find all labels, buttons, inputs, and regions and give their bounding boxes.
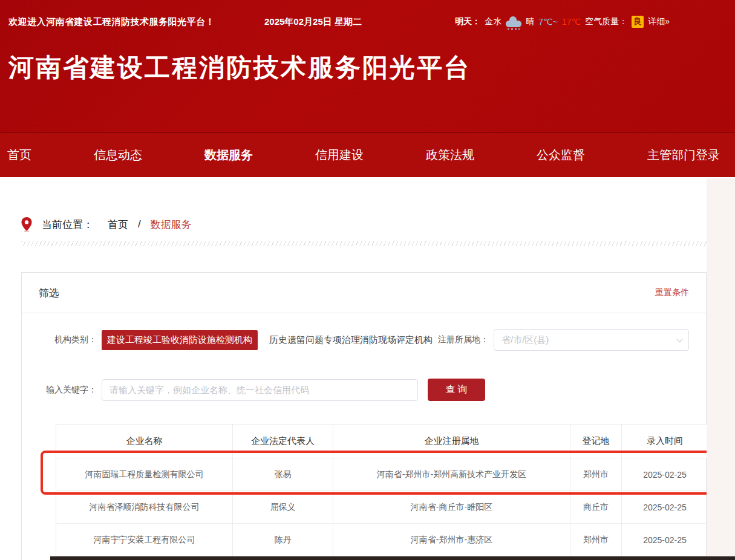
filter-panel-header: 筛选 重置条件	[22, 273, 706, 313]
nav-item-2[interactable]: 数据服务	[204, 147, 253, 163]
aqi-badge: 良	[632, 16, 644, 28]
cell-name: 河南省泽顺消防科技有限公司	[56, 491, 233, 524]
filter-form: 机构类别： 建设工程竣工验收消防设施检测机构历史遗留问题专项治理消防现场评定机构…	[22, 313, 706, 556]
cell-region: 河南省-郑州市-惠济区	[333, 524, 570, 556]
results-table-wrap: 企业名称企业法定代表人企业注册属地登记地录入时间 河南固瑞工程质量检测有限公司张…	[56, 424, 708, 556]
weather-condition: 晴	[526, 16, 534, 27]
chevron-down-icon	[676, 336, 683, 342]
filter-title: 筛选	[39, 286, 59, 300]
weather-district: 金水	[485, 16, 501, 27]
column-header-4: 录入时间	[622, 425, 708, 458]
weather-widget: 明天： 金水 晴 7℃~ 17℃ 空气质量： 良 详细»	[455, 16, 670, 28]
nav-item-0[interactable]: 首页	[7, 147, 31, 163]
table-row[interactable]: 河南省泽顺消防科技有限公司屈保义河南省-商丘市-睢阳区商丘市2025-02-25	[56, 491, 708, 524]
cell-region: 河南省-郑州市-郑州高新技术产业开发区	[333, 458, 570, 491]
breadcrumb-label: 当前位置：	[42, 218, 93, 232]
decorative-slash-divider	[21, 241, 714, 246]
breadcrumb-home[interactable]: 首页	[108, 218, 128, 232]
category-option-0[interactable]: 建设工程竣工验收消防设施检测机构	[102, 330, 258, 350]
site-header: 欢迎进入河南省建设工程消防技术服务阳光平台！ 2025年02月25日 星期二 明…	[0, 0, 735, 132]
cell-reg_city: 郑州市	[570, 524, 622, 556]
cell-reg_city: 郑州市	[570, 458, 622, 491]
reset-filters-link[interactable]: 重置条件	[655, 287, 689, 298]
cell-date: 2025-02-25	[622, 491, 708, 524]
keyword-row: 输入关键字： 查 询	[39, 379, 689, 401]
column-header-3: 登记地	[570, 425, 622, 458]
temp-high: 17℃	[562, 17, 581, 27]
page-title: 河南省建设工程消防技术服务阳光平台	[8, 51, 735, 85]
nav-item-3[interactable]: 信用建设	[315, 147, 364, 163]
keyword-label: 输入关键字：	[39, 385, 97, 396]
date-text: 2025年02月25日 星期二	[264, 16, 362, 28]
table-header-row: 企业名称企业法定代表人企业注册属地登记地录入时间	[56, 425, 708, 458]
welcome-text: 欢迎进入河南省建设工程消防技术服务阳光平台！	[8, 16, 215, 28]
category-option-1[interactable]: 历史遗留问题专项治理消防现场评定机构	[264, 330, 438, 350]
table-row[interactable]: 河南宇宁安装工程有限公司陈丹河南省-郑州市-惠济区郑州市2025-02-25	[56, 524, 708, 556]
category-label: 机构类别：	[39, 334, 97, 345]
category-options: 建设工程竣工验收消防设施检测机构历史遗留问题专项治理消防现场评定机构	[102, 330, 438, 350]
table-body: 河南固瑞工程质量检测有限公司张易河南省-郑州市-郑州高新技术产业开发区郑州市20…	[56, 458, 708, 556]
nav-item-6[interactable]: 主管部门登录	[647, 147, 720, 163]
category-row: 机构类别： 建设工程竣工验收消防设施检测机构历史遗留问题专项治理消防现场评定机构…	[39, 329, 689, 351]
breadcrumb: 当前位置： 首页 / 数据服务	[21, 217, 735, 232]
search-button[interactable]: 查 询	[428, 379, 485, 401]
page-right-margin	[707, 178, 735, 560]
keyword-input[interactable]	[102, 379, 418, 401]
breadcrumb-separator: /	[138, 218, 141, 230]
temp-low: 7℃~	[538, 17, 558, 27]
nav-item-5[interactable]: 公众监督	[537, 147, 585, 163]
cell-reg_city: 商丘市	[570, 491, 622, 524]
topbar: 欢迎进入河南省建设工程消防技术服务阳光平台！ 2025年02月25日 星期二 明…	[0, 0, 735, 28]
cell-legal: 张易	[233, 458, 333, 491]
bottom-edge-bar	[50, 556, 735, 560]
cell-legal: 屈保义	[233, 491, 333, 524]
results-table: 企业名称企业法定代表人企业注册属地登记地录入时间 河南固瑞工程质量检测有限公司张…	[56, 424, 708, 556]
cloud-icon	[506, 21, 521, 27]
region-group: 注册所属地： 省/市/区(县)	[438, 329, 689, 351]
region-select-placeholder: 省/市/区(县)	[501, 334, 549, 346]
breadcrumb-current: 数据服务	[151, 218, 192, 232]
main-nav: 首页信息动态数据服务信用建设政策法规公众监督主管部门登录	[0, 132, 735, 177]
cell-legal: 陈丹	[233, 524, 333, 556]
weather-tomorrow-label: 明天：	[455, 16, 480, 27]
nav-item-1[interactable]: 信息动态	[94, 147, 142, 163]
column-header-2: 企业注册属地	[333, 425, 570, 458]
location-pin-icon	[21, 217, 32, 232]
region-label: 注册所属地：	[438, 334, 489, 345]
column-header-0: 企业名称	[56, 425, 233, 458]
cell-date: 2025-02-25	[622, 524, 708, 556]
weather-detail-link[interactable]: 详细»	[648, 16, 670, 27]
cell-region: 河南省-商丘市-睢阳区	[333, 491, 570, 524]
nav-item-4[interactable]: 政策法规	[426, 147, 474, 163]
table-row[interactable]: 河南固瑞工程质量检测有限公司张易河南省-郑州市-郑州高新技术产业开发区郑州市20…	[56, 458, 708, 491]
nav-list: 首页信息动态数据服务信用建设政策法规公众监督主管部门登录	[0, 133, 735, 177]
cell-date: 2025-02-25	[622, 458, 708, 491]
region-select[interactable]: 省/市/区(县)	[494, 329, 689, 351]
filter-panel: 筛选 重置条件 机构类别： 建设工程竣工验收消防设施检测机构历史遗留问题专项治理…	[21, 272, 707, 560]
aqi-label: 空气质量：	[585, 16, 627, 27]
column-header-1: 企业法定代表人	[233, 425, 333, 458]
cell-name: 河南固瑞工程质量检测有限公司	[56, 458, 233, 491]
cell-name: 河南宇宁安装工程有限公司	[56, 524, 233, 556]
